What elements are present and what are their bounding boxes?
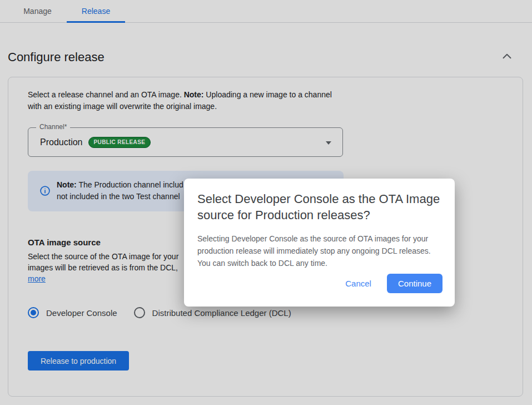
dialog-body-line-3: You can switch back to DCL any time. bbox=[197, 257, 441, 269]
dialog-body-line-1: Selecting Developer Console as the sourc… bbox=[197, 233, 441, 245]
dialog-title-line-2: source for Production releases? bbox=[197, 207, 441, 223]
dialog-title: Select Developer Console as the OTA Imag… bbox=[197, 191, 441, 223]
confirmation-dialog: Select Developer Console as the OTA Imag… bbox=[184, 179, 455, 307]
dialog-body-line-2: production release will immediately stop… bbox=[197, 245, 441, 257]
release-page: Manage Release Configure release Select … bbox=[0, 0, 532, 405]
continue-button[interactable]: Continue bbox=[387, 274, 442, 293]
cancel-button[interactable]: Cancel bbox=[337, 274, 379, 293]
dialog-body: Selecting Developer Console as the sourc… bbox=[197, 233, 441, 269]
dialog-title-line-1: Select Developer Console as the OTA Imag… bbox=[197, 191, 441, 207]
dialog-actions: Cancel Continue bbox=[337, 274, 442, 293]
